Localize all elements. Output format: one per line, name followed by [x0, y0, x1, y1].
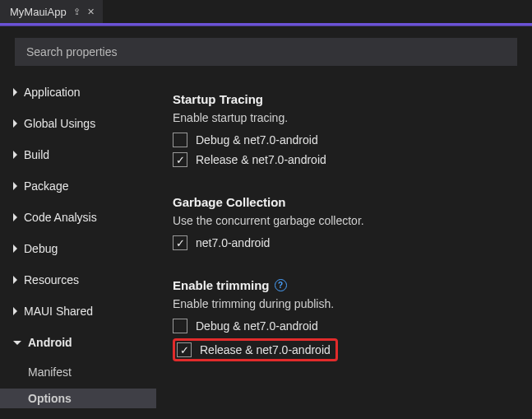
- chevron-right-icon: [13, 213, 17, 221]
- close-icon[interactable]: ✕: [87, 7, 95, 17]
- checkbox-label: Debug & net7.0-android: [196, 133, 318, 147]
- sidebar-item-global-usings[interactable]: Global Usings: [0, 112, 156, 135]
- checkbox-label: net7.0-android: [196, 236, 270, 249]
- chevron-right-icon: [13, 244, 17, 253]
- checkbox-row-debug[interactable]: Debug & net7.0-android: [173, 133, 522, 147]
- section-desc: Enable startup tracing.: [173, 111, 522, 124]
- chevron-right-icon: [13, 119, 17, 128]
- section-title: Garbage Collection: [173, 195, 522, 209]
- chevron-right-icon: [13, 182, 17, 190]
- checkbox-icon[interactable]: ✓: [177, 342, 192, 357]
- chevron-right-icon: [13, 307, 17, 315]
- section-desc: Use the concurrent garbage collector.: [173, 214, 522, 227]
- checkbox-row-gc[interactable]: ✓ net7.0-android: [173, 235, 522, 250]
- sidebar-item-package-signing[interactable]: Package Signing: [0, 415, 156, 419]
- pin-icon[interactable]: ⇪: [73, 7, 81, 17]
- sidebar-item-manifest[interactable]: Manifest: [0, 362, 156, 382]
- tab-title: MyMauiApp: [10, 6, 67, 18]
- sidebar-item-build[interactable]: Build: [0, 143, 156, 166]
- checkbox-label: Release & net7.0-android: [196, 153, 326, 166]
- sidebar-item-code-analysis[interactable]: Code Analysis: [0, 206, 156, 229]
- chevron-down-icon: [13, 341, 21, 345]
- accent-line-thin: [0, 26, 532, 26]
- sidebar-item-maui-shared[interactable]: MAUI Shared: [0, 300, 156, 323]
- section-title: Startup Tracing: [173, 92, 522, 106]
- sidebar-item-resources[interactable]: Resources: [0, 268, 156, 291]
- checkbox-icon[interactable]: ✓: [173, 152, 187, 167]
- checkbox-row-trim-debug[interactable]: Debug & net7.0-android: [173, 319, 522, 333]
- chevron-right-icon: [13, 276, 17, 284]
- properties-panel: Startup Tracing Enable startup tracing. …: [156, 79, 532, 419]
- chevron-right-icon: [13, 88, 17, 96]
- checkbox-label: Debug & net7.0-android: [196, 319, 318, 333]
- sidebar-item-android[interactable]: Android: [0, 331, 156, 354]
- sidebar-item-debug[interactable]: Debug: [0, 237, 156, 260]
- section-startup-tracing: Startup Tracing Enable startup tracing. …: [173, 92, 522, 167]
- sidebar: Application Global Usings Build Package …: [0, 79, 156, 419]
- checkbox-label: Release & net7.0-android: [200, 343, 331, 356]
- sidebar-item-package[interactable]: Package: [0, 175, 156, 198]
- tab-mymauiapp[interactable]: MyMauiApp ⇪ ✕: [0, 0, 103, 23]
- checkbox-icon[interactable]: [173, 133, 187, 147]
- tab-bar: MyMauiApp ⇪ ✕: [0, 0, 532, 23]
- help-icon[interactable]: ?: [275, 279, 287, 291]
- checkbox-icon[interactable]: ✓: [173, 235, 187, 250]
- checkbox-row-trim-release[interactable]: ✓ Release & net7.0-android: [173, 338, 522, 361]
- sidebar-item-application[interactable]: Application: [0, 81, 156, 104]
- highlight-box: ✓ Release & net7.0-android: [173, 338, 338, 361]
- section-title: Enable trimming ?: [173, 278, 522, 292]
- section-desc: Enable trimming during publish.: [173, 297, 522, 310]
- search-input[interactable]: [15, 38, 517, 66]
- chevron-right-icon: [13, 151, 17, 159]
- checkbox-row-release[interactable]: ✓ Release & net7.0-android: [173, 152, 522, 167]
- section-garbage-collection: Garbage Collection Use the concurrent ga…: [173, 195, 522, 250]
- checkbox-icon[interactable]: [173, 319, 187, 333]
- sidebar-item-options[interactable]: Options: [0, 389, 156, 408]
- section-enable-trimming: Enable trimming ? Enable trimming during…: [173, 278, 522, 361]
